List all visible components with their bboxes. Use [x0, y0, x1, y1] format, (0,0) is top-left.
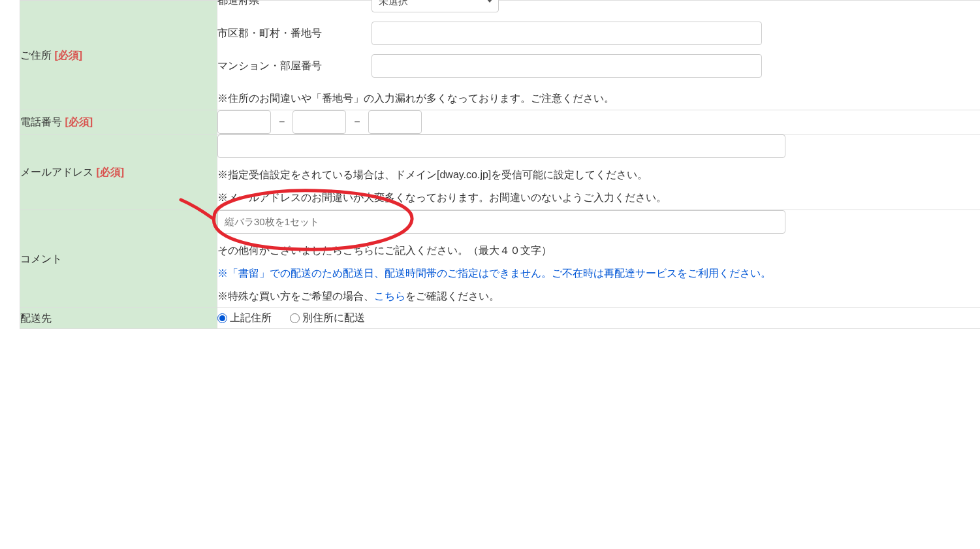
comment-note-1: その他何かございましたらこちらにご記入ください。（最大４０文字）: [217, 239, 980, 262]
city-label: 市区郡・町村・番地号: [217, 24, 371, 43]
email-label-cell: メールアドレス [必須]: [20, 134, 217, 210]
comment-note-2: ※「書留」での配送のため配送日、配送時間帯のご指定はできません。ご不在時は再配達…: [217, 262, 980, 285]
comment-input[interactable]: [217, 210, 785, 234]
phone-required: [必須]: [65, 116, 93, 127]
comment-label: コメント: [20, 253, 62, 264]
building-label: マンション・部屋番号: [217, 56, 371, 76]
building-input[interactable]: [371, 54, 762, 78]
delivery-radio-other-label[interactable]: 別住所に配送: [290, 308, 365, 328]
address-label: ご住所: [20, 50, 52, 61]
special-order-link[interactable]: こちら: [374, 290, 405, 302]
phone-input-1[interactable]: [217, 110, 271, 134]
phone-input-3[interactable]: [368, 110, 422, 134]
email-note-2: ※メールアドレスのお間違いが大変多くなっております。お間違いのないようご入力くだ…: [217, 186, 980, 209]
redelivery-link[interactable]: 再配達サービス: [604, 268, 677, 279]
phone-dash-2: −: [354, 112, 360, 132]
phone-label-cell: 電話番号 [必須]: [20, 110, 217, 134]
comment-content-cell: その他何かございましたらこちらにご記入ください。（最大４０文字） ※「書留」での…: [217, 210, 981, 308]
phone-dash-1: −: [279, 112, 285, 132]
address-note: ※住所のお間違いや「番地号」の入力漏れが多くなっております。ご注意ください。: [217, 87, 980, 110]
delivery-radio-other-text: 別住所に配送: [302, 308, 365, 328]
delivery-radio-same-text: 上記住所: [230, 308, 272, 328]
delivery-content-cell: 上記住所 別住所に配送: [217, 308, 981, 328]
comment-note-3: ※特殊な買い方をご希望の場合、こちらをご確認ください。: [217, 285, 980, 307]
delivery-radio-same[interactable]: [217, 313, 227, 323]
phone-label: 電話番号: [20, 116, 62, 127]
delivery-radio-same-label[interactable]: 上記住所: [217, 308, 272, 328]
delivery-label: 配送先: [20, 313, 52, 324]
comment-note-2-suffix: をご利用ください。: [677, 268, 771, 279]
comment-note-3-suffix: をご確認ください。: [405, 290, 499, 302]
email-required: [必須]: [96, 166, 124, 178]
phone-input-2[interactable]: [292, 110, 346, 134]
prefecture-label: 都道府県: [217, 0, 371, 10]
comment-label-cell: コメント: [20, 210, 217, 308]
phone-content-cell: − −: [217, 110, 981, 134]
prefecture-select[interactable]: 未選択: [371, 0, 499, 12]
delivery-radio-other[interactable]: [290, 313, 300, 323]
comment-note-3-prefix: ※特殊な買い方をご希望の場合、: [217, 290, 374, 302]
comment-note-2-prefix: ※「書留」での配送のため配送日、配送時間帯のご指定はできません。ご不在時は: [217, 268, 604, 279]
delivery-label-cell: 配送先: [20, 308, 217, 328]
email-label: メールアドレス: [20, 166, 93, 178]
email-content-cell: ※指定受信設定をされている場合は、ドメイン[dway.co.jp]を受信可能に設…: [217, 134, 981, 210]
email-note-1: ※指定受信設定をされている場合は、ドメイン[dway.co.jp]を受信可能に設…: [217, 163, 980, 186]
address-required: [必須]: [54, 50, 82, 61]
city-input[interactable]: [371, 22, 762, 45]
email-input[interactable]: [217, 134, 785, 158]
address-content-cell: 都道府県 未選択 市区郡・町村・番地号 マンション・部屋番号 ※住所のお間違いや…: [217, 1, 981, 110]
address-label-cell: ご住所 [必須]: [20, 1, 217, 110]
